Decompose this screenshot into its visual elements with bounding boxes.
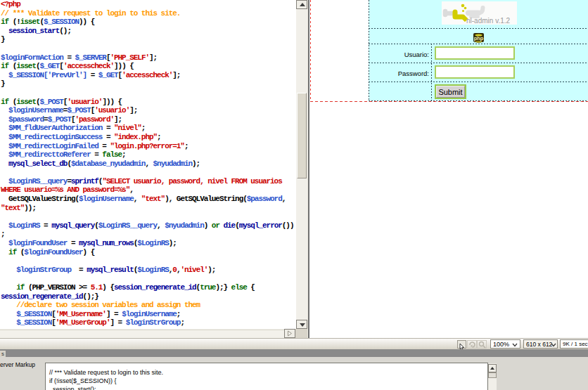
svg-text:php: php <box>474 35 484 41</box>
svg-text:nl-admin v.1.2: nl-admin v.1.2 <box>466 17 511 25</box>
